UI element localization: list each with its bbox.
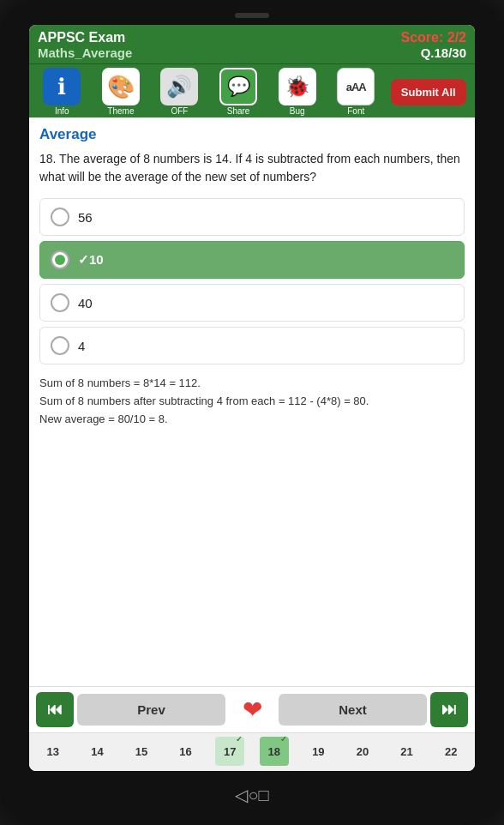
q-nav-15[interactable]: 15 xyxy=(127,737,156,766)
content-area: Average 18. The average of 8 numbers is … xyxy=(29,117,475,686)
first-button[interactable]: ⏮ xyxy=(36,692,74,727)
score-label: Score: 2/2 xyxy=(401,30,466,45)
toolbar-bug[interactable]: 🐞 Bug xyxy=(273,68,321,116)
info-label: Info xyxy=(55,106,69,116)
share-label: Share xyxy=(227,106,250,116)
q-nav-13[interactable]: 13 xyxy=(39,737,68,766)
q-nav-14[interactable]: 14 xyxy=(82,737,111,766)
last-icon: ⏭ xyxy=(441,701,457,719)
q-nav-16[interactable]: 16 xyxy=(171,737,201,766)
q-nav-19[interactable]: 19 xyxy=(303,737,333,766)
theme-icon: 🎨 xyxy=(102,68,140,105)
next-button[interactable]: Next xyxy=(279,694,427,726)
explanation: Sum of 8 numbers = 8*14 = 112. Sum of 8 … xyxy=(39,375,465,428)
toolbar: ℹ Info 🎨 Theme 🔊 OFF 💬 Share 🐞 Bug aAA xyxy=(29,63,475,117)
toolbar-font[interactable]: aAA Font xyxy=(332,68,380,116)
info-icon: ℹ xyxy=(43,68,81,105)
option-a-text: 56 xyxy=(78,210,93,225)
q-nav-22[interactable]: 22 xyxy=(436,737,465,766)
question-text: 18. The average of 8 numbers is 14. If 4… xyxy=(39,150,465,186)
toolbar-share[interactable]: 💬 Share xyxy=(214,68,262,116)
radio-b xyxy=(51,250,69,269)
off-label: OFF xyxy=(171,106,188,116)
check-18: ✓ xyxy=(280,735,287,744)
option-a[interactable]: 56 xyxy=(39,198,465,236)
q-nav-20[interactable]: 20 xyxy=(348,737,377,766)
toolbar-theme[interactable]: 🎨 Theme xyxy=(97,68,145,116)
bug-label: Bug xyxy=(290,106,305,116)
option-d-text: 4 xyxy=(78,339,85,353)
header: APPSC Exam Score: 2/2 Maths_Average Q.18… xyxy=(29,25,475,63)
option-b[interactable]: ✓10 xyxy=(39,241,465,279)
last-button[interactable]: ⏭ xyxy=(430,692,468,727)
bottom-nav: ⏮ Prev ❤ Next ⏭ 13 14 15 xyxy=(29,686,475,771)
toolbar-submit[interactable]: Submit All xyxy=(391,79,466,105)
phone-speaker xyxy=(235,13,269,18)
phone-shell: APPSC Exam Score: 2/2 Maths_Average Q.18… xyxy=(0,0,504,825)
prev-button[interactable]: Prev xyxy=(77,694,225,726)
theme-label: Theme xyxy=(107,106,134,116)
toolbar-off[interactable]: 🔊 OFF xyxy=(155,68,203,116)
android-nav: ◁ ○ □ xyxy=(183,778,320,812)
submit-button[interactable]: Submit All xyxy=(391,79,466,105)
topic-label: Average xyxy=(39,126,465,143)
back-button[interactable]: ◁ xyxy=(235,785,248,805)
option-c-text: 40 xyxy=(78,296,93,310)
screen: APPSC Exam Score: 2/2 Maths_Average Q.18… xyxy=(29,25,475,771)
recents-button[interactable]: □ xyxy=(259,786,269,805)
explanation-line-2: Sum of 8 numbers after subtracting 4 fro… xyxy=(39,394,369,407)
question-num: Q.18/30 xyxy=(421,45,466,60)
option-c[interactable]: 40 xyxy=(39,284,465,322)
share-icon: 💬 xyxy=(219,68,257,105)
options-list: 56 ✓10 40 4 xyxy=(39,198,465,364)
radio-a xyxy=(51,208,69,226)
sound-icon: 🔊 xyxy=(160,68,198,105)
bug-icon: 🐞 xyxy=(279,68,316,105)
radio-d xyxy=(51,336,69,355)
check-17: ✓ xyxy=(236,735,243,744)
option-d[interactable]: 4 xyxy=(39,327,465,364)
heart-icon: ❤ xyxy=(243,696,262,724)
toolbar-info[interactable]: ℹ Info xyxy=(38,68,86,116)
option-b-text: ✓10 xyxy=(78,252,104,268)
first-icon: ⏮ xyxy=(47,701,63,719)
app-title: APPSC Exam xyxy=(38,30,125,45)
subject-title: Maths_Average xyxy=(38,45,132,60)
radio-c xyxy=(51,293,69,312)
home-button[interactable]: ○ xyxy=(248,786,258,805)
next-label: Next xyxy=(339,702,367,717)
explanation-line-3: New average = 80/10 = 8. xyxy=(39,412,168,425)
nav-buttons-row: ⏮ Prev ❤ Next ⏭ xyxy=(29,687,475,732)
font-label: Font xyxy=(347,106,364,116)
radio-b-inner xyxy=(55,255,65,265)
explanation-line-1: Sum of 8 numbers = 8*14 = 112. xyxy=(39,376,201,389)
prev-label: Prev xyxy=(137,702,165,717)
q-nav-21[interactable]: 21 xyxy=(393,737,422,766)
q-nav-18[interactable]: ✓ 18 xyxy=(260,737,289,766)
favorite-button[interactable]: ❤ xyxy=(229,696,275,724)
q-nav-17[interactable]: ✓ 17 xyxy=(215,737,244,766)
font-icon: aAA xyxy=(337,68,375,105)
question-nav-row: 13 14 15 16 ✓ 17 ✓ 18 19 20 21 22 xyxy=(29,732,475,771)
